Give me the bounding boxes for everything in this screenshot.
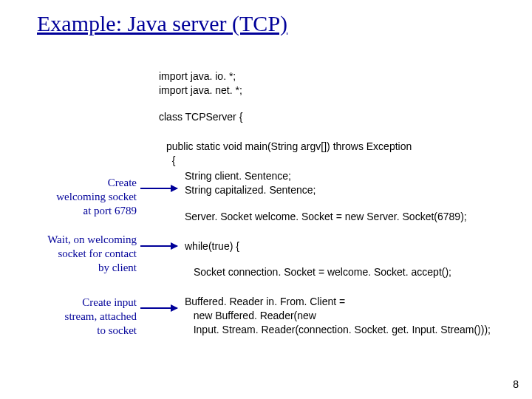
code-accept: Socket connection. Socket = welcome. Soc…	[194, 265, 532, 279]
code-welcome-socket: Server. Socket welcome. Socket = new Ser…	[185, 210, 532, 224]
page-number: 8	[513, 378, 519, 390]
code-decls: String client. Sentence; String capitali…	[185, 169, 532, 197]
code-class-decl: class TCPServer {	[159, 110, 528, 124]
code-while-loop: while(true) {	[185, 239, 532, 253]
page-title: Example: Java server (TCP)	[37, 11, 287, 36]
code-main-sig: public static void main(String argv[]) t…	[166, 140, 532, 168]
annotation-wait-contact: Wait, on welcoming socket for contact by…	[11, 233, 137, 274]
arrow-icon	[140, 245, 177, 247]
code-buffered-reader: Buffered. Reader in. From. Client = new …	[185, 295, 532, 337]
annotation-create-input: Create input stream, attached to socket	[33, 296, 137, 337]
annotation-create-welcoming: Create welcoming socket at port 6789	[18, 176, 137, 217]
code-imports: import java. io. *; import java. net. *;	[159, 69, 528, 98]
arrow-icon	[140, 307, 177, 309]
arrow-icon	[140, 188, 177, 189]
